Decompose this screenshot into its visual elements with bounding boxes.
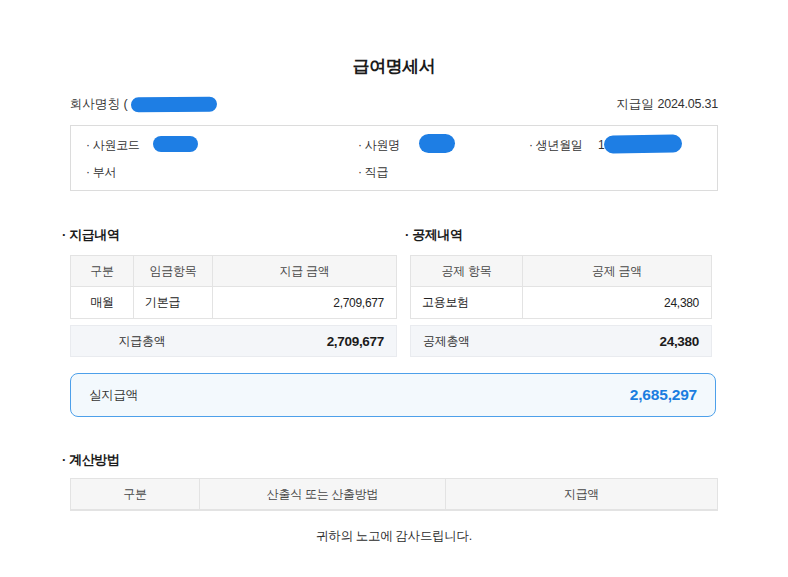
position-label: · 직급 [358,164,388,180]
deduction-row-item: 고용보험 [411,287,523,318]
calculation-col-gubun: 구분 [71,479,200,510]
company-row: 회사명칭 ( 지급일2024.05.31 [70,96,718,113]
deduction-total-row: 공제총액 24,380 [410,325,712,357]
employee-name-label: · 사원명 [358,137,400,153]
deduction-col-amount: 공제 금액 [523,256,711,287]
payment-row-amount: 2,709,677 [213,287,396,318]
deduction-row-amount: 24,380 [523,287,711,318]
payment-table-row: 매월 기본급 2,709,677 [71,287,396,318]
employee-info-box: · 사원코드 · 사원명 · 생년월일 1 · 부서 · 직급 [70,125,718,191]
payslip-page: 급여명세서 회사명칭 ( 지급일2024.05.31 · 사원코드 · 사원명 … [0,0,788,577]
net-pay-box: 실지급액 2,685,297 [70,373,716,417]
deduction-total-label: 공제총액 [411,333,470,350]
payment-row-gubun: 매월 [71,287,134,318]
employee-code-label: · 사원코드 [86,137,140,153]
calculation-section-heading: · 계산방법 [62,451,120,469]
deduction-total-amount: 24,380 [470,334,711,349]
net-pay-label: 실지급액 [89,387,138,404]
payment-total-label: 지급총액 [71,333,213,350]
birth-date-label: · 생년월일 [529,137,583,153]
company-name-label: 회사명칭 ( [70,96,128,113]
net-pay-amount: 2,685,297 [630,386,697,404]
pay-date: 지급일2024.05.31 [617,96,718,113]
employee-name-redaction [419,134,455,153]
calculation-table: 구분 산출식 또는 산출방법 지급액 [70,478,718,511]
payment-col-item: 임금항목 [134,256,213,287]
calculation-table-header: 구분 산출식 또는 산출방법 지급액 [71,479,717,510]
calculation-col-amount: 지급액 [446,479,717,510]
calculation-col-formula: 산출식 또는 산출방법 [200,479,446,510]
payment-row-item: 기본급 [134,287,213,318]
company-name: 회사명칭 ( [70,96,217,113]
payment-total-row: 지급총액 2,709,677 [70,325,397,357]
payment-table: 구분 임금항목 지급 금액 매월 기본급 2,709,677 [70,255,397,319]
deduction-table: 공제 항목 공제 금액 고용보험 24,380 [410,255,712,319]
footer-message: 귀하의 노고에 감사드립니다. [0,528,788,545]
pay-date-label: 지급일 [617,97,654,111]
payment-total-amount: 2,709,677 [213,334,396,349]
deduction-table-header: 공제 항목 공제 금액 [411,256,711,287]
department-label: · 부서 [86,164,116,180]
payment-table-header: 구분 임금항목 지급 금액 [71,256,396,287]
company-name-redaction [131,97,217,113]
payment-col-amount: 지급 금액 [213,256,396,287]
payment-section-heading: · 지급내역 [62,226,120,244]
employee-code-redaction [153,136,198,152]
deduction-section-heading: · 공제내역 [405,226,463,244]
pay-date-value: 2024.05.31 [657,97,718,111]
deduction-table-row: 고용보험 24,380 [411,287,711,318]
payment-col-gubun: 구분 [71,256,134,287]
page-title: 급여명세서 [0,55,788,78]
birth-date-redaction [604,134,682,153]
deduction-col-item: 공제 항목 [411,256,523,287]
